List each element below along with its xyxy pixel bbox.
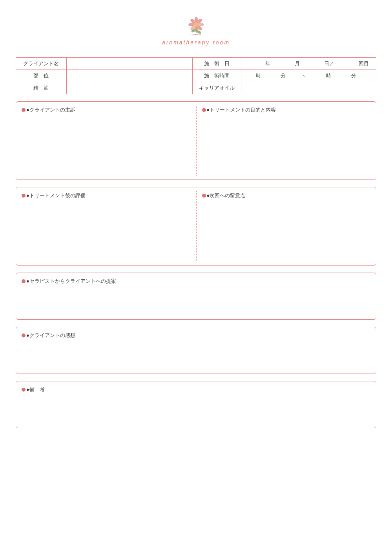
carrier-label: キャリアオイル	[192, 82, 241, 94]
therapist-proposal-title: ●セラピストからクライアントへの提案	[22, 278, 370, 285]
day-spacer	[309, 60, 315, 66]
treatment-eval-col: ●トリートメント後の評価	[16, 187, 196, 265]
month-spacer	[280, 60, 285, 66]
complaint-goal-section: ●クライアントの主訴 ●トリートメントの目的と内容	[16, 101, 376, 180]
brand-name: aromatherapy room	[16, 39, 376, 46]
next-notes-title: ●次回への留意点	[202, 192, 371, 199]
page-header: aromatherapy room	[16, 8, 376, 46]
treatment-goal-title: ●トリートメントの目的と内容	[202, 106, 371, 114]
times-spacer	[343, 60, 349, 66]
time-value[interactable]: 時 分 ～ 時 分	[241, 70, 376, 82]
next-notes-label: ●次回への留意点	[207, 192, 246, 199]
client-impression-title: ●クライアントの感想	[22, 332, 370, 339]
bullet-icon-3	[22, 194, 26, 198]
area-label: 部 位	[16, 70, 67, 82]
bullet-icon-4	[202, 194, 206, 198]
client-complaint-label: ●クライアントの主訴	[26, 106, 75, 114]
min2-label: 分	[351, 73, 356, 79]
min1-spacer	[269, 73, 272, 79]
hour1-label: 時	[256, 73, 261, 79]
client-complaint-col: ●クライアントの主訴	[16, 102, 196, 180]
info-table: クライアント名 施 術 日 年 月 日／ 回目 部 位 施 術時間	[16, 57, 376, 94]
therapist-proposal-section: ●セラピストからクライアントへの提案	[16, 273, 376, 320]
memo-section: ●備 考	[16, 381, 376, 428]
client-impression-label: ●クライアントの感想	[26, 332, 75, 339]
hour2-label: 時	[326, 73, 331, 79]
month-label: 月	[295, 60, 300, 66]
area-value[interactable]	[66, 70, 192, 82]
tilde-label: ～	[301, 73, 306, 79]
svg-point-8	[194, 22, 198, 26]
treatment-eval-label: ●トリートメント後の評価	[26, 192, 86, 199]
client-name-label: クライアント名	[16, 58, 67, 70]
client-complaint-title: ●クライアントの主訴	[22, 106, 190, 114]
year-spacer	[245, 60, 252, 66]
treatment-goal-col: ●トリートメントの目的と内容	[197, 102, 376, 180]
time-label: 施 術時間	[192, 70, 241, 82]
logo-icon	[182, 12, 210, 37]
client-impression-section: ●クライアントの感想	[16, 327, 376, 374]
memo-label: ●備 考	[26, 386, 45, 393]
year-label: 年	[265, 60, 270, 66]
bullet-icon	[22, 108, 26, 112]
bullet-icon-6	[22, 333, 26, 337]
oil-value[interactable]	[66, 82, 192, 94]
carrier-value[interactable]	[241, 82, 376, 94]
bullet-icon-7	[22, 388, 26, 392]
min2-spacer	[340, 73, 343, 79]
oil-label: 精 油	[16, 82, 67, 94]
memo-title: ●備 考	[22, 386, 370, 393]
therapist-proposal-label: ●セラピストからクライアントへの提案	[26, 278, 116, 285]
eval-notes-section: ●トリートメント後の評価 ●次回への留意点	[16, 187, 376, 266]
date-value[interactable]: 年 月 日／ 回目	[241, 58, 376, 70]
hour2-spacer	[315, 73, 317, 79]
bullet-icon-5	[22, 279, 26, 283]
min1-label: 分	[281, 73, 286, 79]
client-name-value[interactable]	[66, 58, 192, 70]
bullet-icon-2	[202, 108, 206, 112]
treatment-goal-label: ●トリートメントの目的と内容	[207, 106, 276, 114]
day-label: 日／	[324, 60, 334, 66]
date-label: 施 術 日	[192, 58, 241, 70]
treatment-eval-title: ●トリートメント後の評価	[22, 192, 190, 199]
times-label: 回目	[359, 60, 369, 66]
next-notes-col: ●次回への留意点	[197, 187, 376, 265]
hour1-spacer	[244, 73, 247, 79]
